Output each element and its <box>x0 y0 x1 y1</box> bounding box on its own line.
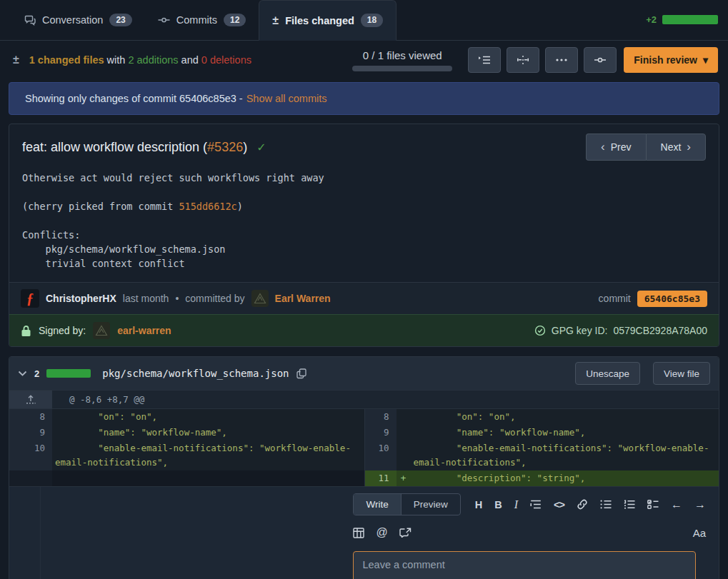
tab-commits-count: 12 <box>224 14 246 26</box>
diff-toolbar: ± 1 changed files with 2 additions and 0… <box>0 41 728 79</box>
commit-icon <box>158 15 170 25</box>
gpg-key-info: GPG key ID: 0579CB2928A78A00 <box>534 325 707 336</box>
next-commit-button[interactable]: Next › <box>646 134 706 161</box>
file-tree-toggle-button[interactable] <box>468 47 501 73</box>
text-size-icon[interactable]: Aa <box>693 527 706 539</box>
comment-textarea[interactable] <box>353 551 696 579</box>
reference-icon[interactable] <box>399 528 412 538</box>
tab-commits[interactable]: Commits 12 <box>145 0 259 40</box>
diff-row: 8 "on": "on", 8 "on": "on", <box>9 409 719 425</box>
quote-icon[interactable] <box>530 500 542 509</box>
new-line-number[interactable]: 10 <box>365 440 397 470</box>
issue-link[interactable]: #5326 <box>207 140 243 154</box>
signer-avatar[interactable] <box>93 322 110 339</box>
collapse-file-icon[interactable] <box>18 371 27 377</box>
diff-options-button[interactable] <box>545 47 578 73</box>
task-list-icon[interactable] <box>647 500 659 509</box>
italic-icon[interactable]: I <box>514 498 518 511</box>
pr-tab-bar: Conversation 23 Commits 12 ± Files chang… <box>0 0 728 41</box>
tab-write[interactable]: Write <box>354 494 401 515</box>
commit-filter-notice: Showing only changes of commit 65406c85e… <box>9 82 719 115</box>
new-code-line[interactable]: "name": "workflow-name", <box>411 425 719 440</box>
old-code-line <box>52 470 364 486</box>
diff-row: 9 "name": "workflow-name", 9 "name": "wo… <box>9 425 719 440</box>
editor-toolbar-row-2: @ Aa <box>353 526 706 539</box>
tab-conversation[interactable]: Conversation 23 <box>11 0 145 40</box>
commit-signed-row: Signed by: earl-warren GPG key ID: 0579C… <box>9 314 719 346</box>
tab-conversation-count: 23 <box>109 14 131 26</box>
author-name[interactable]: ChristopherHX <box>46 293 116 304</box>
files-viewed-label: 0 / 1 files viewed <box>352 49 452 61</box>
ordered-list-icon[interactable] <box>624 500 635 509</box>
old-code-line[interactable]: "on": "on", <box>52 409 364 425</box>
show-all-commits-link[interactable]: Show all commits <box>246 93 327 104</box>
whitespace-options-button[interactable] <box>507 47 539 73</box>
commit-sha-badge[interactable]: 65406c85e3 <box>637 291 707 307</box>
conversation-icon <box>24 14 36 26</box>
file-diffstat-bar <box>46 369 91 378</box>
copy-path-icon[interactable] <box>296 368 306 379</box>
new-line-number[interactable]: 8 <box>365 409 397 425</box>
old-code-line[interactable]: "enable-email-notifications": "workflow-… <box>52 440 364 470</box>
tab-preview[interactable]: Preview <box>401 494 460 515</box>
link-icon[interactable] <box>577 499 588 510</box>
changed-files-link[interactable]: 1 changed files <box>29 54 104 66</box>
commit-author-row: ƒ ChristopherHX last month • committed b… <box>9 282 719 314</box>
commit-message-box: feat: allow workflow description (#5326)… <box>9 124 719 347</box>
diffstat-additions: +2 <box>646 14 657 25</box>
lock-icon <box>21 325 31 337</box>
tab-conversation-label: Conversation <box>42 14 103 26</box>
old-line-number[interactable]: 9 <box>9 425 52 440</box>
files-viewed-progress: 0 / 1 files viewed <box>352 49 452 71</box>
tab-files-changed[interactable]: ± Files changed 18 <box>259 0 397 41</box>
unescape-button[interactable]: Unescape <box>575 362 640 385</box>
gpg-key-id: 0579CB2928A78A00 <box>613 325 707 336</box>
diff-row: 10 "enable-email-notifications": "workfl… <box>9 440 719 470</box>
commit-pagination: ‹ Prev Next › <box>586 134 706 161</box>
notice-text: Showing only changes of commit 65406c85e… <box>25 93 243 104</box>
file-change-count: 2 <box>34 368 39 379</box>
new-code-line[interactable]: "enable-email-notifications": "workflow-… <box>411 440 719 470</box>
chevron-left-icon: ‹ <box>601 140 605 154</box>
new-line-number[interactable]: 11 <box>365 470 397 486</box>
old-line-number[interactable]: 10 <box>9 440 52 470</box>
view-file-button[interactable]: View file <box>653 362 710 385</box>
old-line-number[interactable]: 8 <box>9 409 52 425</box>
caret-down-icon: ▾ <box>703 54 708 66</box>
new-line-number[interactable]: 9 <box>365 425 397 440</box>
chevron-right-icon: › <box>687 140 691 154</box>
editor-toolbar: H B I <> <box>475 498 706 511</box>
committer-name[interactable]: Earl Warren <box>275 293 331 304</box>
arrow-right-icon[interactable]: → <box>694 498 706 511</box>
old-code-line[interactable]: "name": "workflow-name", <box>52 425 364 440</box>
changed-files-summary: 1 changed files with 2 additions and 0 d… <box>29 54 251 66</box>
committer-avatar[interactable] <box>251 290 269 307</box>
bold-icon[interactable]: B <box>494 499 502 510</box>
finish-review-button[interactable]: Finish review ▾ <box>624 47 718 73</box>
signed-by-label: Signed by: <box>39 325 86 336</box>
mention-icon[interactable]: @ <box>376 526 387 539</box>
new-code-line[interactable]: "description": "string", <box>411 470 719 486</box>
diffstat-bar <box>662 15 718 24</box>
table-icon[interactable] <box>353 528 364 538</box>
expand-hunk-button[interactable] <box>9 391 52 408</box>
editor-tab-group: Write Preview <box>353 493 460 515</box>
add-sign: + <box>397 470 411 486</box>
heading-icon[interactable]: H <box>475 499 482 510</box>
tab-files-changed-label: Files changed <box>285 15 354 26</box>
author-avatar[interactable]: ƒ <box>21 289 39 308</box>
code-icon[interactable]: <> <box>554 499 564 510</box>
commit-label: commit <box>599 293 631 304</box>
unordered-list-icon[interactable] <box>600 500 612 509</box>
commit-select-button[interactable] <box>584 47 617 73</box>
cherry-pick-commit-link[interactable]: 515dd6612c <box>179 201 236 212</box>
tab-files-changed-count: 18 <box>361 14 383 26</box>
plus-minus-icon: ± <box>13 54 19 66</box>
arrow-left-icon[interactable]: ← <box>671 498 682 511</box>
prev-commit-button[interactable]: ‹ Prev <box>586 134 645 161</box>
commit-time: last month <box>123 293 169 304</box>
inline-comment-form: Write Preview H B I <> <box>9 486 719 579</box>
file-name[interactable]: pkg/schema/workflow_schema.json <box>102 368 289 379</box>
signer-name[interactable]: earl-warren <box>117 325 171 336</box>
new-code-line[interactable]: "on": "on", <box>411 409 719 425</box>
